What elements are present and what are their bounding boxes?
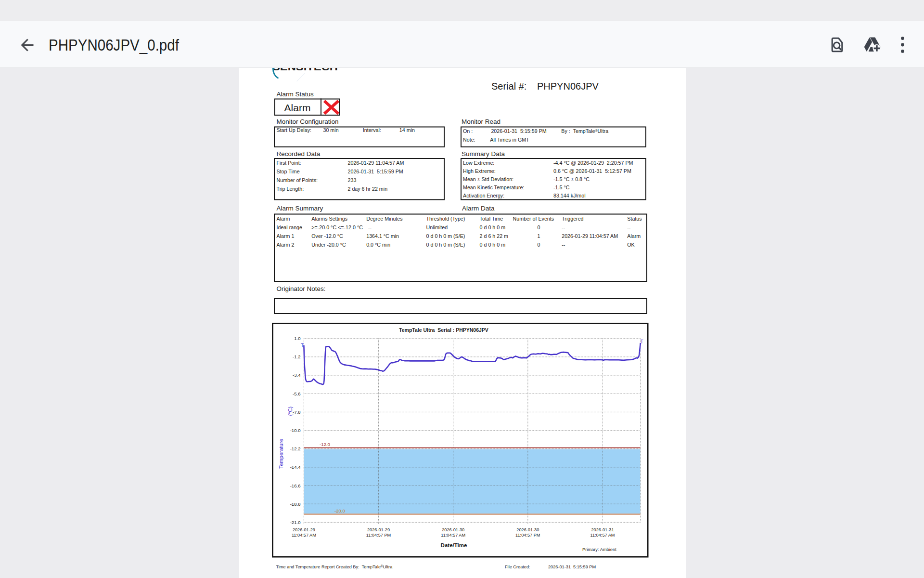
svg-text:Monitor Configuration: Monitor Configuration (277, 118, 339, 125)
svg-text:Number of Points:: Number of Points: (277, 177, 318, 183)
svg-text:Start Up Delay:: Start Up Delay: (277, 127, 311, 133)
svg-text:By : TempTale®Ultra: By : TempTale®Ultra (561, 128, 608, 134)
svg-text:2026-01-29 11:04:57 AM: 2026-01-29 11:04:57 AM (562, 233, 618, 239)
svg-text:TempTale Ultra Serial : PHPYN: TempTale Ultra Serial : PHPYN06JPV (399, 327, 488, 333)
svg-text:PHPYN06JPV: PHPYN06JPV (537, 81, 599, 92)
svg-text:-10.0: -10.0 (290, 428, 301, 433)
svg-text:Low Extreme:: Low Extreme: (463, 160, 494, 166)
svg-text:Time and Temperature Report Cr: Time and Temperature Report Created By: … (276, 565, 393, 569)
svg-text:Activation Energy:: Activation Energy: (463, 193, 504, 198)
svg-text:Alarm 2: Alarm 2 (277, 242, 295, 248)
svg-text:Under -20.0 °C: Under -20.0 °C (311, 242, 346, 248)
svg-text:1: 1 (538, 233, 540, 239)
svg-text:-1.5 °C: -1.5 °C (553, 184, 570, 190)
svg-text:2026-01-31 5:15:59 PM: 2026-01-31 5:15:59 PM (348, 169, 403, 174)
svg-text:1.0: 1.0 (294, 336, 300, 341)
svg-text:Alarm 1: Alarm 1 (277, 233, 295, 239)
svg-text:30 min: 30 min (323, 127, 339, 133)
svg-text:11:04:57 AM: 11:04:57 AM (292, 533, 316, 538)
svg-text:-5.6: -5.6 (293, 391, 301, 396)
svg-text:Alarm Status: Alarm Status (277, 91, 314, 98)
svg-text:-20.0: -20.0 (334, 508, 345, 513)
svg-text:2026-01-31: 2026-01-31 (591, 527, 614, 532)
svg-text:-18.8: -18.8 (290, 501, 301, 507)
svg-text:2 d 6 h 22 m: 2 d 6 h 22 m (480, 233, 509, 239)
svg-text:Interval:: Interval: (363, 127, 381, 133)
svg-text:11:04:57 PM: 11:04:57 PM (515, 533, 540, 538)
svg-text:--: -- (562, 224, 565, 230)
svg-text:-7.8: -7.8 (293, 409, 301, 415)
svg-text:Alarm Summary: Alarm Summary (277, 205, 323, 212)
svg-text:Alarm Data: Alarm Data (462, 205, 495, 212)
svg-text:First Point:: First Point: (277, 160, 301, 166)
svg-text:2026-01-31 5:15:59 PM: 2026-01-31 5:15:59 PM (548, 565, 596, 569)
svg-text:83.144 kJ/mol: 83.144 kJ/mol (553, 193, 586, 198)
svg-text:Recorded Data: Recorded Data (277, 150, 321, 158)
svg-text:0 d 0 h 0 m: 0 d 0 h 0 m (480, 224, 506, 230)
svg-text:Date/Time: Date/Time (441, 542, 467, 548)
svg-text:Triggered: Triggered (562, 216, 583, 222)
svg-text:11:04:57 PM: 11:04:57 PM (366, 533, 391, 538)
svg-text:--: -- (627, 224, 631, 230)
svg-text:2026-01-30: 2026-01-30 (516, 527, 539, 532)
svg-text:Serial #:: Serial #: (491, 81, 526, 92)
svg-text:--: -- (562, 242, 565, 248)
svg-text:Summary Data: Summary Data (462, 150, 505, 158)
svg-text:(°C): (°C) (287, 407, 293, 416)
svg-text:Unlimited: Unlimited (426, 224, 448, 230)
svg-text:-3.4: -3.4 (293, 372, 301, 378)
svg-text:All Times in GMT: All Times in GMT (490, 137, 529, 143)
svg-text:-12.0: -12.0 (320, 442, 330, 447)
svg-text:Threshold (Type): Threshold (Type) (426, 216, 465, 222)
svg-text:-1.5 °C ± 0.8 °C: -1.5 °C ± 0.8 °C (553, 176, 590, 182)
svg-text:2026-01-30: 2026-01-30 (442, 527, 464, 532)
svg-text:SENSITECH: SENSITECH (272, 68, 338, 72)
svg-text:14 min: 14 min (399, 127, 415, 133)
svg-text:Degree Minutes: Degree Minutes (366, 216, 402, 222)
svg-text:Note:: Note: (463, 137, 475, 143)
svg-text:-14.4: -14.4 (290, 464, 301, 470)
svg-text:0: 0 (538, 224, 540, 230)
svg-text:Monitor Read: Monitor Read (462, 118, 500, 125)
svg-text:Status: Status (627, 216, 642, 222)
svg-text:0 d 0 h 0 m: 0 d 0 h 0 m (480, 242, 506, 248)
svg-text:2026-01-31 5:15:59 PM: 2026-01-31 5:15:59 PM (491, 128, 546, 134)
svg-text:-16.6: -16.6 (290, 483, 301, 488)
svg-text:Number of Events: Number of Events (513, 216, 554, 222)
svg-text:-1.2: -1.2 (293, 354, 301, 359)
svg-text:Alarms Settings: Alarms Settings (311, 216, 347, 222)
svg-text:-4.4 °C @ 2026-01-29 2:20:57: -4.4 °C @ 2026-01-29 2:20:57 PM (553, 160, 633, 166)
svg-text:File Created:: File Created: (505, 565, 530, 569)
svg-text:T: T (641, 339, 643, 344)
svg-text:0.0 °C min: 0.0 °C min (366, 242, 390, 248)
svg-text:-21.0: -21.0 (290, 520, 301, 525)
svg-text:Alarm: Alarm (284, 102, 311, 113)
svg-text:Alarm: Alarm (277, 216, 290, 222)
svg-text:High Extreme:: High Extreme: (463, 168, 496, 174)
svg-text:2026-01-29 11:04:57 AM: 2026-01-29 11:04:57 AM (348, 160, 404, 166)
svg-text:2026-01-29: 2026-01-29 (367, 527, 390, 532)
svg-text:On :: On : (463, 128, 473, 134)
svg-text:Temperature: Temperature (278, 439, 284, 469)
svg-text:Total Time: Total Time (480, 216, 503, 222)
svg-text:0: 0 (538, 242, 540, 248)
svg-text:Mean Kinetic Temperature:: Mean Kinetic Temperature: (463, 184, 525, 190)
svg-text:Originator Notes:: Originator Notes: (277, 285, 326, 292)
svg-text:Alarm: Alarm (627, 233, 641, 239)
svg-text:>=-20.0 °C <=-12.0 °C: >=-20.0 °C <=-12.0 °C (311, 224, 363, 230)
svg-text:Stop Time: Stop Time (277, 169, 300, 174)
svg-text:233: 233 (348, 177, 357, 183)
svg-text:1364.1 °C min: 1364.1 °C min (366, 233, 399, 239)
svg-text:-12.2: -12.2 (290, 446, 301, 451)
svg-text:11:04:57 AM: 11:04:57 AM (441, 533, 465, 538)
svg-text:0 d 0 h 0 m (S/E): 0 d 0 h 0 m (S/E) (426, 233, 465, 239)
svg-text:Trip Length:: Trip Length: (277, 186, 304, 192)
svg-text:Mean ± Std Deviation:: Mean ± Std Deviation: (463, 176, 513, 182)
svg-text:OK: OK (627, 242, 635, 248)
svg-text:Ideal range: Ideal range (277, 224, 303, 230)
svg-text:0 d 0 h 0 m (S/E): 0 d 0 h 0 m (S/E) (426, 242, 465, 248)
svg-text:2026-01-29: 2026-01-29 (293, 527, 315, 532)
svg-text:T: T (301, 343, 304, 348)
svg-text:2 day 6 hr 22 min: 2 day 6 hr 22 min (348, 186, 388, 192)
svg-text:Primary: Ambient: Primary: Ambient (582, 547, 616, 552)
